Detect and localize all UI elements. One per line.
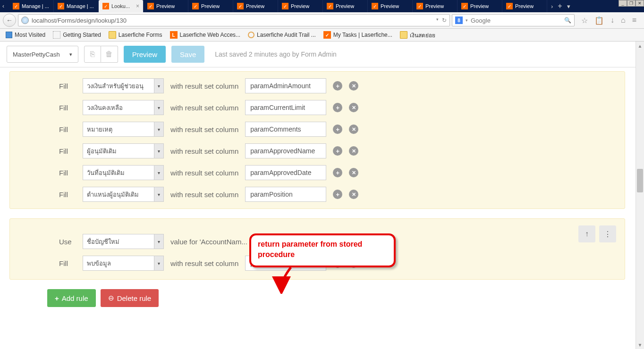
with-result-label: with result set column xyxy=(170,104,238,112)
fill-label: Fill xyxy=(59,125,76,133)
browser-tab-8[interactable]: ✓Preview xyxy=(368,0,413,12)
new-tab-button[interactable]: + xyxy=(558,2,562,10)
remove-fill-row-button[interactable]: ✕ xyxy=(349,81,358,91)
browser-tab-10[interactable]: ✓Preview xyxy=(458,0,502,12)
bookmark-item-6[interactable]: เงินสดย่อย xyxy=(397,30,438,41)
downloads-icon[interactable]: ↓ xyxy=(610,16,614,25)
remove-fill-row-button[interactable]: ✕ xyxy=(349,103,358,112)
add-fill-row-button[interactable]: + xyxy=(333,125,342,134)
chevron-down-icon: ▾ xyxy=(154,100,163,115)
with-result-label: with result set column xyxy=(170,147,238,155)
result-column-input[interactable] xyxy=(245,143,326,158)
add-fill-row-button[interactable]: + xyxy=(333,146,342,156)
rule-options-button[interactable]: ⋮ xyxy=(599,225,616,242)
copy-form-button[interactable]: ⎘ xyxy=(84,46,101,63)
home-icon[interactable]: ⌂ xyxy=(621,16,626,25)
delete-rule-button[interactable]: ⊖ Delete rule xyxy=(101,289,159,307)
result-column-input[interactable] xyxy=(245,122,326,137)
remove-fill-row-button[interactable]: ✕ xyxy=(349,168,358,177)
use-label: Use xyxy=(59,238,76,246)
result-column-input[interactable] xyxy=(245,100,326,115)
tab-label: Preview xyxy=(246,3,264,9)
scroll-down-arrow[interactable]: ▼ xyxy=(636,341,644,349)
save-button[interactable]: Save xyxy=(171,46,204,63)
tab-label: Preview xyxy=(425,3,444,9)
result-column-input[interactable] xyxy=(245,78,326,93)
add-fill-row-button[interactable]: + xyxy=(333,168,342,177)
fill-field-select[interactable]: พบข้อมูล ▾ xyxy=(83,256,164,271)
fill-field-select[interactable]: ตำแหน่งผู้อนุมัติเดิม▾ xyxy=(83,187,164,202)
result-column-input[interactable] xyxy=(245,187,326,202)
search-go-icon[interactable]: 🔍 xyxy=(564,17,571,24)
back-button[interactable]: ← xyxy=(3,14,16,27)
browser-tab-0[interactable]: ✓Manage | ... xyxy=(9,0,54,12)
bookmark-item-1[interactable]: Getting Started xyxy=(50,30,104,40)
delete-form-button[interactable]: 🗑 xyxy=(101,46,118,63)
use-field-select[interactable]: ชื่อบัญชีใหม่ ▾ xyxy=(83,234,164,249)
result-column-input[interactable] xyxy=(245,165,326,180)
chevron-down-icon: ▾ xyxy=(154,256,163,270)
fill-row-2: Fillหมายเหตุ▾with result set column+✕ xyxy=(21,115,613,137)
result-column-input[interactable] xyxy=(245,256,326,271)
reload-button[interactable]: ↻ xyxy=(442,17,447,24)
browser-tab-1[interactable]: ✓Manage | ... xyxy=(54,0,99,12)
fill-field-select[interactable]: หมายเหตุ▾ xyxy=(83,122,164,137)
fill-field-select[interactable]: วงเงินสำหรับผู้ช่วยอนุ▾ xyxy=(83,78,164,93)
fill-field-select[interactable]: วงเงินคงเหลือ▾ xyxy=(83,100,164,115)
form-name-label: MasterPettyCash xyxy=(13,51,60,58)
fill-field-select[interactable]: วันที่อนุมัติเดิม▾ xyxy=(83,165,164,180)
bookmark-item-0[interactable]: Most Visited xyxy=(3,31,48,39)
remove-fill-row-button[interactable]: ✕ xyxy=(349,190,358,199)
browser-tab-5[interactable]: ✓Preview xyxy=(233,0,278,12)
fill-label: Fill xyxy=(59,259,76,267)
bookmark-item-5[interactable]: ✓My Tasks | Laserfiche... xyxy=(321,30,395,40)
move-rule-up-button[interactable]: ↑ xyxy=(578,225,595,242)
preview-button[interactable]: Preview xyxy=(124,46,166,63)
minimize-button[interactable]: _ xyxy=(619,0,627,7)
bookmark-star-icon[interactable]: ☆ xyxy=(581,16,588,25)
fill-row-3: Fillผู้อนุมัติเดิม▾with result set colum… xyxy=(21,137,613,158)
google-icon: 8 xyxy=(455,17,463,24)
vertical-scrollbar[interactable]: ▲ ▼ xyxy=(636,42,644,349)
browser-tab-7[interactable]: ✓Preview xyxy=(323,0,368,12)
url-bar[interactable]: ↻ xyxy=(18,14,450,26)
form-selector-dropdown[interactable]: MasterPettyCash ▾ xyxy=(7,46,78,63)
tab-favicon: ✓ xyxy=(13,3,19,9)
add-fill-row-button[interactable]: + xyxy=(333,103,342,112)
bookmark-label: Getting Started xyxy=(63,32,101,38)
tab-scroll-right[interactable]: › xyxy=(551,3,553,10)
scroll-thumb[interactable] xyxy=(637,169,643,192)
bookmark-item-3[interactable]: LLaserfiche Web Acces... xyxy=(167,30,244,40)
chevron-down-icon: ▾ xyxy=(154,166,163,180)
add-rule-button[interactable]: + Add rule xyxy=(47,289,96,307)
browser-tab-11[interactable]: ✓Preview xyxy=(502,0,547,12)
close-window-button[interactable]: ✕ xyxy=(636,0,644,7)
remove-fill-row-button[interactable]: ✕ xyxy=(349,125,358,134)
bookmark-item-2[interactable]: Laserfiche Forms xyxy=(106,30,165,40)
tab-close-icon[interactable]: × xyxy=(136,3,139,9)
clipboard-icon[interactable]: 📋 xyxy=(594,16,604,25)
browser-tab-3[interactable]: ✓Preview xyxy=(144,0,188,12)
remove-fill-row-button[interactable]: ✕ xyxy=(349,146,358,156)
tab-scroll-left[interactable]: ‹ xyxy=(2,0,9,12)
browser-tab-6[interactable]: ✓Preview xyxy=(278,0,323,12)
search-input[interactable] xyxy=(471,17,561,24)
menu-icon[interactable]: ≡ xyxy=(632,16,636,25)
remove-fill-row-button[interactable]: ✕ xyxy=(349,258,358,268)
browser-tab-2[interactable]: ✓Looku...× xyxy=(99,0,144,12)
fill-field-select[interactable]: ผู้อนุมัติเดิม▾ xyxy=(83,143,164,158)
browser-tab-4[interactable]: ✓Preview xyxy=(188,0,233,12)
browser-tab-9[interactable]: ✓Preview xyxy=(413,0,458,12)
with-result-label: with result set column xyxy=(170,82,238,90)
browser-search-bar[interactable]: 8 ▾ 🔍 xyxy=(452,14,575,26)
add-fill-row-button[interactable]: + xyxy=(333,190,342,199)
bookmark-item-4[interactable]: Laserfiche Audit Trail ... xyxy=(245,31,319,39)
tabs-dropdown[interactable]: ▾ xyxy=(567,3,570,10)
bookmark-icon xyxy=(6,32,12,38)
scroll-up-arrow[interactable]: ▲ xyxy=(636,42,644,50)
add-fill-row-button[interactable]: + xyxy=(333,81,342,91)
tab-favicon: ✓ xyxy=(416,3,423,9)
maximize-button[interactable]: ❐ xyxy=(627,0,636,7)
add-fill-row-button[interactable]: + xyxy=(333,258,342,268)
url-input[interactable] xyxy=(32,17,430,24)
